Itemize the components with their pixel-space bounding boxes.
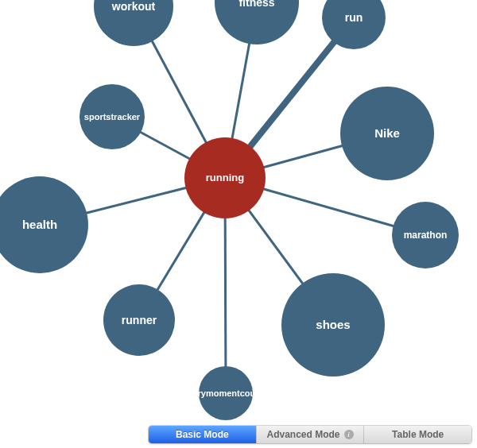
node-nike[interactable]: Nike — [340, 87, 434, 180]
tab-advanced-mode[interactable]: Advanced Mode i — [256, 426, 364, 443]
node-everymomentcounts[interactable]: everymomentcounts — [183, 366, 269, 420]
info-icon: i — [344, 430, 354, 439]
node-label: fitness — [238, 0, 274, 9]
node-label: runner — [122, 314, 157, 326]
tab-label: Table Mode — [392, 429, 444, 440]
node-workout[interactable]: workout — [94, 0, 173, 46]
mode-tabs: Basic Mode Advanced Mode i Table Mode — [149, 426, 471, 443]
node-label: running — [206, 172, 244, 183]
node-label: run — [345, 11, 363, 24]
node-sportstracker[interactable]: sportstracker — [80, 84, 145, 149]
node-label: workout — [111, 0, 156, 13]
hashtag-graph: workoutfitnessrunNikemarathonshoeseverym… — [0, 0, 477, 448]
node-fitness[interactable]: fitness — [215, 0, 299, 44]
node-running[interactable]: running — [184, 137, 266, 218]
node-marathon[interactable]: marathon — [392, 202, 459, 268]
node-health[interactable]: health — [0, 176, 88, 273]
node-label: marathon — [404, 230, 448, 241]
tab-basic-mode[interactable]: Basic Mode — [149, 426, 256, 443]
node-label: everymomentcounts — [183, 388, 269, 398]
tab-label: Basic Mode — [176, 429, 229, 440]
node-label: health — [22, 218, 57, 231]
tab-label: Advanced Mode — [267, 429, 340, 440]
node-shoes[interactable]: shoes — [281, 273, 385, 377]
node-label: shoes — [316, 318, 350, 331]
node-label: Nike — [374, 126, 400, 140]
node-runner[interactable]: runner — [103, 284, 175, 356]
tab-table-mode[interactable]: Table Mode — [363, 426, 471, 443]
node-label: sportstracker — [84, 112, 141, 122]
